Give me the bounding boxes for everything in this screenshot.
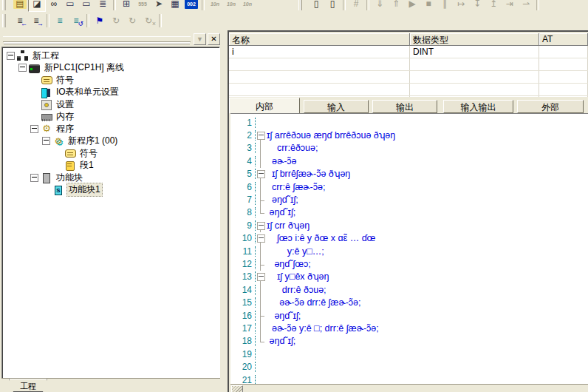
tree-item-new-plc1[interactable]: 新PLC1[CP1H] 离线 xyxy=(2,62,219,75)
hex-monitor-icon[interactable]: 002 xyxy=(183,0,199,11)
code-line-8[interactable]: 8 əŋɗ˜ɪʃ; xyxy=(230,206,588,219)
code-line-4[interactable]: 4 əɚ-ɔ̃ə xyxy=(230,155,588,167)
workspace-drag-gripper[interactable] xyxy=(3,36,191,42)
code-line-13[interactable]: 13 ɪʃ y□êx ðʮəŋ xyxy=(230,271,588,283)
code-line-2[interactable]: 2ɪʃ arrêðɔuə æŋɗ brrêðɔuə ðʮəŋ xyxy=(230,129,588,141)
fold-toggle[interactable] xyxy=(256,219,267,232)
code-line-1[interactable]: 1 xyxy=(230,116,588,129)
code-line-16[interactable]: 16 əŋɗ˜ɪʃ; xyxy=(230,309,588,322)
column-header-datatype[interactable]: 数据类型 xyxy=(410,33,539,46)
fold-minus-box[interactable] xyxy=(257,234,265,243)
column-header-at[interactable]: AT xyxy=(539,33,588,46)
code-line-12[interactable]: 12 əŋɗ˜ʃœɔ; xyxy=(230,257,588,270)
window-icon-2[interactable]: ▭ xyxy=(78,0,95,11)
properties-icon[interactable]: ≣ xyxy=(95,0,111,11)
empty-cell[interactable] xyxy=(410,84,539,95)
fold-toggle[interactable] xyxy=(256,232,267,245)
tree-item-function-block1[interactable]: 功能块1 xyxy=(2,184,219,197)
paste-icon[interactable]: ▤ xyxy=(12,0,28,11)
code-line-21[interactable]: 21 xyxy=(230,374,588,385)
indent-increase-icon[interactable]: ≡→ xyxy=(28,13,44,28)
editor-resize-grip[interactable] xyxy=(231,385,243,392)
list-restore-icon[interactable]: ≡↺ xyxy=(68,13,84,28)
tree-item-symbols[interactable]: 符号 xyxy=(2,74,219,87)
tree-item-new-project[interactable]: 新工程 xyxy=(2,50,219,62)
project-tree: 新工程新PLC1[CP1H] 离线符号IO表和单元设置设置内存程序新程序1 (0… xyxy=(1,47,220,379)
tree-item-function-blocks[interactable]: 功能块 xyxy=(2,172,219,184)
empty-cell[interactable] xyxy=(229,71,410,83)
find-icon[interactable]: ∞ xyxy=(46,0,62,11)
code-line-20[interactable]: 20 xyxy=(230,360,588,373)
fold-toggle[interactable] xyxy=(256,168,267,180)
fold-minus-box[interactable] xyxy=(257,132,265,140)
empty-cell[interactable] xyxy=(410,71,539,83)
fold-guide xyxy=(256,322,267,334)
toolbar-gripper[interactable] xyxy=(2,0,10,10)
tab-internal[interactable]: 内部 xyxy=(229,98,300,113)
tab-project[interactable]: 工程 xyxy=(9,379,47,392)
tree-item-section1[interactable]: 段1 xyxy=(2,160,219,172)
fold-minus-box[interactable] xyxy=(257,222,265,230)
empty-cell[interactable] xyxy=(410,58,539,70)
column-header-name[interactable]: 名称 xyxy=(229,33,410,46)
code-line-3[interactable]: 3 crr:êðɔuə; xyxy=(230,142,588,155)
bookmark-flag-icon[interactable]: ⚑ xyxy=(92,13,108,28)
tree-item-new-program1[interactable]: 新程序1 (00) xyxy=(2,135,219,148)
indent-decrease-icon[interactable]: ≡← xyxy=(12,13,28,28)
step-out-icon: ↥ xyxy=(485,0,502,11)
workspace-dropdown-button[interactable]: ▼ xyxy=(194,33,206,45)
empty-cell[interactable] xyxy=(539,71,588,83)
line-number: 2 xyxy=(230,130,256,141)
var-name-cell[interactable]: i xyxy=(229,46,410,58)
tree-expander-new-plc1[interactable] xyxy=(18,64,27,72)
var-datatype-cell[interactable]: DINT xyxy=(410,46,539,58)
step-into-icon: ↦ xyxy=(453,0,469,11)
empty-cell[interactable] xyxy=(539,84,588,95)
code-line-9[interactable]: 9ɪʃ crr ðʮəŋ xyxy=(230,219,588,232)
hand-pointer-icon[interactable]: ➤ xyxy=(151,0,167,11)
code-line-15[interactable]: 15 əɚ-ɔ̃ə drr:ê ʃæɚ-ɔ̃ə; xyxy=(230,296,588,308)
view-report-icon[interactable]: ◪ xyxy=(28,0,46,12)
tree-item-memory[interactable]: 内存 xyxy=(2,111,219,124)
tree-expander-function-blocks[interactable] xyxy=(30,174,38,182)
window-icon-1[interactable]: ▭ xyxy=(62,0,78,11)
split-window-icon[interactable]: ⊞ xyxy=(118,0,134,11)
fold-toggle[interactable] xyxy=(256,129,267,141)
code-text: ʃœɔ i:ê y ðœ x ɑɛ̃ … ɗœ xyxy=(267,233,375,243)
compile-icon[interactable]: ▯ xyxy=(308,0,324,11)
workspace-close-button[interactable]: ✕ xyxy=(208,33,220,45)
tree-item-settings[interactable]: 设置 xyxy=(2,98,219,111)
empty-cell[interactable] xyxy=(229,84,410,95)
code-line-6[interactable]: 6 crr:ê ʃæɚ-ɔ̃ə; xyxy=(230,180,588,193)
code-line-7[interactable]: 7 əŋɗ˜ɪʃ; xyxy=(230,193,588,206)
tree-expander-programs[interactable] xyxy=(30,125,38,133)
code-line-18[interactable]: 18 əŋɗ˜ɪʃ; xyxy=(230,335,588,348)
code-line-17[interactable]: 17 əɚ-ɔ̃ə y:ê □; drr:ê ʃæɚ-ɔ̃ə; xyxy=(230,322,588,334)
tab-input-output[interactable]: 输入输出 xyxy=(443,100,513,113)
tab-output[interactable]: 输出 xyxy=(372,100,437,113)
code-line-10[interactable]: 10 ʃœɔ i:ê y ðœ x ɑɛ̃ … ɗœ xyxy=(230,232,588,245)
fold-minus-box[interactable] xyxy=(257,170,265,178)
tab-input[interactable]: 输入 xyxy=(304,100,369,113)
toolbar-gripper[interactable] xyxy=(2,14,10,27)
code-line-11[interactable]: 11 y:ê y□…; xyxy=(230,245,588,257)
io-table-icon[interactable]: ▦ xyxy=(167,0,183,11)
tab-external[interactable]: 外部 xyxy=(517,100,584,113)
fold-minus-box[interactable] xyxy=(257,273,265,281)
tree-item-program-symbols[interactable]: 符号 xyxy=(2,147,219,160)
code-line-5[interactable]: 5 ɪʃ brrêʃæɚ-ɔ̃ə ðʮəŋ xyxy=(230,168,588,180)
tree-expander-new-program1[interactable] xyxy=(42,137,50,145)
compile-all-icon[interactable]: ▯ xyxy=(324,0,341,11)
var-at-cell[interactable] xyxy=(539,46,588,58)
code-line-19[interactable]: 19 xyxy=(230,348,588,360)
tree-item-programs[interactable]: 程序 xyxy=(2,123,219,135)
st-code-editor[interactable]: 12ɪʃ arrêðɔuə æŋɗ brrêðɔuə ðʮəŋ3 crr:êðɔ… xyxy=(230,113,588,385)
tree-expander-new-project[interactable] xyxy=(7,52,15,60)
toolbar-gripper[interactable] xyxy=(298,0,306,10)
empty-cell[interactable] xyxy=(229,58,410,70)
code-line-14[interactable]: 14 drr:ê ðɔuə; xyxy=(230,283,588,296)
fold-toggle[interactable] xyxy=(256,271,267,283)
empty-cell[interactable] xyxy=(539,58,588,70)
tree-item-io-table-and-unit-setup[interactable]: IO表和单元设置 xyxy=(2,87,219,99)
list-lines-icon[interactable]: ≡ xyxy=(52,13,68,28)
